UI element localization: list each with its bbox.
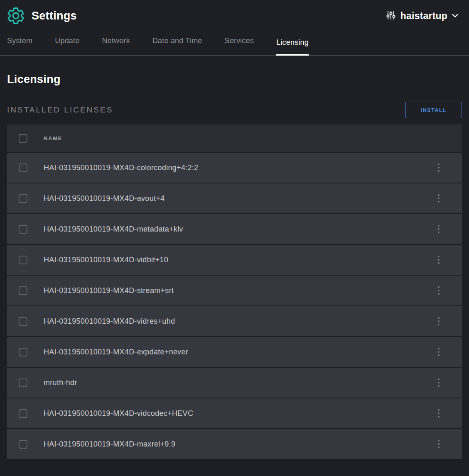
- kebab-dot: [438, 317, 440, 319]
- table-body: HAI-031950010019-MX4D-colorcoding+4:2:2 …: [7, 153, 462, 459]
- kebab-dot: [438, 447, 440, 448]
- column-header-name: NAME: [44, 135, 62, 142]
- kebab-dot: [438, 348, 440, 349]
- kebab-menu-icon[interactable]: [436, 162, 441, 173]
- license-name: HAI-031950010019-MX4D-expdate+never: [44, 348, 436, 356]
- kebab-dot: [438, 201, 440, 203]
- table-row: HAI-031950010019-MX4D-maxrel+9.9: [7, 429, 462, 459]
- kebab-menu-icon[interactable]: [436, 377, 441, 388]
- row-checkbox[interactable]: [19, 225, 27, 234]
- licensing-page: Licensing INSTALLED LICENSES INSTALL NAM…: [0, 73, 469, 459]
- install-button[interactable]: INSTALL: [405, 102, 462, 118]
- tab-system[interactable]: System: [7, 37, 32, 56]
- app-header: Settings haistartup: [0, 0, 469, 29]
- kebab-menu-icon[interactable]: [436, 408, 441, 419]
- tab-network[interactable]: Network: [102, 37, 130, 56]
- table-header-row: NAME: [7, 124, 462, 152]
- row-checkbox[interactable]: [19, 194, 27, 203]
- section-header: INSTALLED LICENSES INSTALL: [7, 102, 462, 118]
- chevron-down-icon: [452, 12, 458, 20]
- section-title: INSTALLED LICENSES: [7, 105, 113, 115]
- kebab-dot: [438, 228, 440, 230]
- license-name: HAI-031950010019-MX4D-maxrel+9.9: [44, 440, 436, 449]
- row-checkbox[interactable]: [19, 256, 27, 264]
- kebab-menu-icon[interactable]: [436, 438, 441, 450]
- page-title: Licensing: [7, 73, 462, 86]
- row-checkbox[interactable]: [19, 378, 27, 387]
- row-checkbox[interactable]: [19, 348, 27, 356]
- license-name: HAI-031950010019-MX4D-vidbit+10: [44, 256, 436, 264]
- kebab-menu-icon[interactable]: [436, 315, 441, 327]
- user-name: haistartup: [400, 10, 447, 22]
- license-name: HAI-031950010019-MX4D-vidcodec+HEVC: [44, 409, 436, 418]
- table-row: HAI-031950010019-MX4D-metadata+klv: [7, 214, 462, 244]
- row-checkbox[interactable]: [19, 440, 27, 449]
- kebab-dot: [438, 262, 440, 264]
- table-row: mruth-hdr: [7, 368, 462, 398]
- kebab-dot: [438, 409, 440, 411]
- table-row: HAI-031950010019-MX4D-expdate+never: [7, 337, 462, 367]
- kebab-dot: [438, 354, 440, 356]
- kebab-dot: [438, 256, 440, 257]
- table-row: HAI-031950010019-MX4D-vidbit+10: [7, 245, 462, 275]
- kebab-dot: [438, 416, 440, 417]
- gear-icon: [6, 6, 26, 26]
- tab-services[interactable]: Services: [225, 37, 254, 56]
- kebab-dot: [438, 164, 440, 165]
- license-name: HAI-031950010019-MX4D-metadata+klv: [44, 225, 436, 234]
- user-menu[interactable]: haistartup: [383, 9, 461, 23]
- kebab-dot: [438, 382, 440, 383]
- kebab-menu-icon[interactable]: [436, 193, 441, 204]
- license-name: mruth-hdr: [44, 378, 436, 387]
- kebab-dot: [438, 320, 440, 322]
- tab-bar: SystemUpdateNetworkDate and TimeServices…: [0, 29, 469, 56]
- licenses-table: NAME HAI-031950010019-MX4D-colorcoding+4…: [7, 124, 462, 459]
- select-all-checkbox[interactable]: [19, 134, 27, 143]
- kebab-dot: [438, 259, 440, 261]
- kebab-menu-icon[interactable]: [436, 346, 441, 358]
- kebab-dot: [438, 293, 440, 295]
- kebab-dot: [438, 286, 440, 288]
- kebab-dot: [438, 378, 440, 380]
- license-name: HAI-031950010019-MX4D-stream+srt: [44, 286, 436, 295]
- kebab-dot: [438, 167, 440, 168]
- kebab-dot: [438, 440, 440, 442]
- table-row: HAI-031950010019-MX4D-vidres+uhd: [7, 306, 462, 336]
- table-row: HAI-031950010019-MX4D-avout+4: [7, 183, 462, 213]
- row-checkbox[interactable]: [19, 409, 27, 418]
- kebab-menu-icon[interactable]: [436, 223, 441, 235]
- tab-date-and-time[interactable]: Date and Time: [152, 37, 202, 56]
- license-name: HAI-031950010019-MX4D-vidres+uhd: [44, 317, 436, 326]
- kebab-dot: [438, 225, 440, 227]
- row-checkbox[interactable]: [19, 286, 27, 295]
- tab-update[interactable]: Update: [55, 37, 79, 56]
- kebab-dot: [438, 194, 440, 196]
- kebab-dot: [438, 170, 440, 172]
- kebab-menu-icon[interactable]: [436, 285, 441, 296]
- app-header-left: Settings: [6, 6, 77, 26]
- license-name: HAI-031950010019-MX4D-colorcoding+4:2:2: [44, 164, 436, 172]
- kebab-dot: [438, 351, 440, 353]
- table-row: HAI-031950010019-MX4D-vidcodec+HEVC: [7, 398, 462, 428]
- kebab-dot: [438, 385, 440, 387]
- row-checkbox[interactable]: [19, 317, 27, 326]
- license-name: HAI-031950010019-MX4D-avout+4: [44, 194, 436, 203]
- table-row: HAI-031950010019-MX4D-colorcoding+4:2:2: [7, 153, 462, 183]
- kebab-dot: [438, 232, 440, 233]
- kebab-dot: [438, 413, 440, 414]
- kebab-menu-icon[interactable]: [436, 254, 441, 266]
- table-row: HAI-031950010019-MX4D-stream+srt: [7, 276, 462, 305]
- kebab-dot: [438, 324, 440, 325]
- sliders-icon: [386, 10, 396, 22]
- app-title: Settings: [32, 10, 77, 22]
- tab-licensing[interactable]: Licensing: [276, 38, 309, 56]
- row-checkbox[interactable]: [19, 164, 27, 172]
- kebab-dot: [438, 198, 440, 199]
- kebab-dot: [438, 443, 440, 445]
- kebab-dot: [438, 290, 440, 291]
